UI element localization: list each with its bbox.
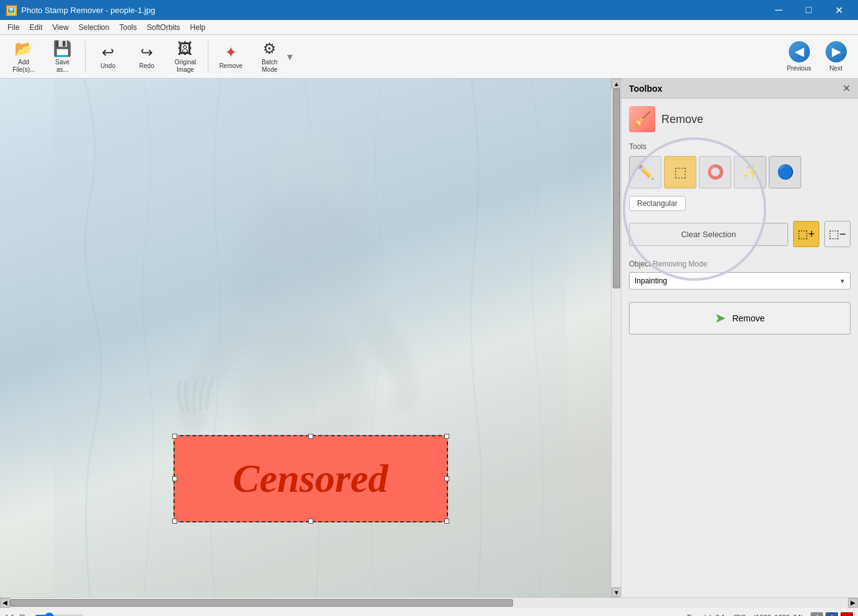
remove-section-header: 🧹 Remove: [629, 106, 851, 132]
tools-row: ✏️ ⬚ ⭕ ✨ 🔵: [629, 156, 851, 188]
add-files-label: AddFile(s)...: [12, 59, 35, 74]
tools-section-label: Tools: [629, 142, 851, 151]
menu-view[interactable]: View: [47, 22, 74, 33]
menu-tools[interactable]: Tools: [114, 22, 142, 33]
title-bar-controls: ─ □ ✕: [764, 0, 853, 20]
censored-watermark[interactable]: Censored: [173, 435, 448, 522]
add-files-icon: 📂: [14, 40, 33, 57]
main-area: Censored ▲ ▼: [0, 79, 858, 597]
stamp-icon: 🔵: [777, 164, 794, 180]
add-selection-icon: ⬚+: [797, 227, 815, 241]
toolbox-close-button[interactable]: ✕: [842, 82, 851, 94]
menu-selection[interactable]: Selection: [74, 22, 114, 33]
save-as-button[interactable]: 💾 Saveas...: [44, 37, 81, 76]
handle-bot-mid[interactable]: [308, 519, 313, 524]
undo-label: Undo: [100, 62, 115, 69]
remove-icon-toolbar: ✦: [225, 44, 237, 61]
menu-edit[interactable]: Edit: [24, 22, 47, 33]
status-icons: ℹ f ▶: [811, 612, 853, 617]
remove-btn-label: Remove: [732, 313, 764, 323]
menu-softorbits[interactable]: SoftOrbits: [142, 22, 185, 33]
original-image-button[interactable]: 🖼 OriginalImage: [167, 37, 204, 76]
v-scroll-thumb[interactable]: [613, 89, 620, 288]
h-scroll-thumb[interactable]: [10, 599, 513, 607]
zoom-fit-icon: ⊡: [19, 613, 25, 616]
youtube-icon[interactable]: ▶: [841, 612, 853, 617]
add-selection-button[interactable]: ⬚+: [793, 221, 819, 247]
nav-buttons: ◀ Previous ▶ Next: [782, 37, 853, 76]
mode-section: Object Removing Mode Inpainting SmartBru…: [629, 260, 851, 290]
photo-background: Censored: [0, 79, 621, 597]
undo-button[interactable]: ↩ Undo: [89, 37, 127, 76]
previous-button[interactable]: ◀ Previous: [782, 37, 816, 76]
horizontal-scrollbar: ◀ ▶: [0, 597, 858, 607]
handle-mid-right[interactable]: [444, 476, 449, 481]
minimize-button[interactable]: ─: [764, 0, 793, 20]
remove-label-toolbar: Remove: [219, 62, 242, 69]
redo-label: Redo: [139, 62, 154, 69]
remove-button-toolbar[interactable]: ✦ Remove: [212, 37, 250, 76]
clear-selection-button[interactable]: Clear Selection: [629, 223, 788, 246]
title-text: Photo Stamp Remover - people-1.jpg: [21, 6, 155, 15]
mode-select-wrapper: Inpainting SmartBrush Average Fill: [629, 272, 851, 290]
toolbox-header: Toolbox ✕: [622, 79, 858, 99]
batch-mode-label: BatchMode: [261, 59, 278, 74]
image-container: Censored: [0, 79, 621, 597]
magic-wand-icon: ✨: [742, 164, 759, 180]
remove-action-button[interactable]: ➤ Remove: [629, 302, 851, 335]
title-bar: 🖼️ Photo Stamp Remover - people-1.jpg ─ …: [0, 0, 858, 20]
close-button[interactable]: ✕: [824, 0, 853, 20]
zoom-slider[interactable]: [34, 612, 84, 617]
zoom-controls: 1:1 ⊡ − +: [5, 612, 90, 617]
status-size: (1920x1280x24): [753, 614, 803, 617]
censored-text: Censored: [233, 456, 388, 502]
handle-bot-right[interactable]: [444, 519, 449, 524]
mode-select[interactable]: Inpainting SmartBrush Average Fill: [629, 272, 851, 290]
handle-top-left[interactable]: [172, 434, 177, 439]
vertical-scrollbar: ▲ ▼: [611, 79, 621, 597]
redo-button[interactable]: ↪ Redo: [128, 37, 165, 76]
zoom-label: 1:1: [5, 614, 14, 617]
add-files-button[interactable]: 📂 AddFile(s)...: [5, 37, 42, 76]
info-icon[interactable]: ℹ: [811, 612, 823, 617]
magic-wand-tool-button[interactable]: ✨: [734, 156, 766, 188]
rectangular-tool-button[interactable]: ⬚: [664, 156, 696, 188]
stamp-tool-button[interactable]: 🔵: [769, 156, 801, 188]
menu-bar: File Edit View Selection Tools SoftOrbit…: [0, 20, 858, 35]
scroll-right-button[interactable]: ▶: [848, 598, 858, 608]
next-button[interactable]: ▶ Next: [819, 37, 853, 76]
save-as-icon: 💾: [53, 40, 72, 57]
scroll-down-button[interactable]: ▼: [612, 587, 621, 597]
batch-mode-button[interactable]: ⚙ BatchMode: [251, 37, 288, 76]
menu-file[interactable]: File: [2, 22, 24, 33]
facebook-icon[interactable]: f: [826, 612, 838, 617]
zoom-plus-btn[interactable]: +: [87, 614, 90, 617]
right-panel: Toolbox ✕ 🧹 Remove Tools ✏️: [621, 79, 858, 597]
handle-top-mid[interactable]: [308, 434, 313, 439]
h-scroll-track: [10, 598, 848, 608]
selection-row: Clear Selection ⬚+ ⬚−: [629, 221, 851, 247]
mode-label: Object Removing Mode: [629, 260, 851, 268]
canvas-area[interactable]: Censored ▲ ▼: [0, 79, 621, 597]
zoom-minus-btn[interactable]: −: [27, 614, 31, 617]
handle-bot-left[interactable]: [172, 519, 177, 524]
subtract-selection-icon: ⬚−: [829, 227, 846, 241]
pencil-tool-button[interactable]: ✏️: [629, 156, 661, 188]
maximize-button[interactable]: □: [794, 0, 823, 20]
handle-mid-left[interactable]: [172, 476, 177, 481]
handle-top-right[interactable]: [444, 434, 449, 439]
next-label: Next: [829, 65, 842, 72]
subtract-selection-button[interactable]: ⬚−: [824, 221, 851, 247]
scroll-up-button[interactable]: ▲: [612, 79, 621, 89]
next-circle-icon: ▶: [826, 41, 847, 62]
menu-help[interactable]: Help: [185, 22, 211, 33]
lasso-tool-button[interactable]: ⭕: [699, 156, 731, 188]
batch-mode-icon: ⚙: [263, 40, 276, 57]
status-format: JPG: [733, 614, 746, 617]
scroll-left-button[interactable]: ◀: [0, 598, 10, 608]
previous-label: Previous: [787, 65, 811, 72]
toolbar: 📂 AddFile(s)... 💾 Saveas... ↩ Undo ↪ Red…: [0, 35, 858, 79]
batch-mode-dropdown[interactable]: ▾: [287, 50, 293, 64]
original-image-icon: 🖼: [178, 40, 193, 57]
tools-circle-container: ✏️ ⬚ ⭕ ✨ 🔵: [629, 156, 851, 211]
